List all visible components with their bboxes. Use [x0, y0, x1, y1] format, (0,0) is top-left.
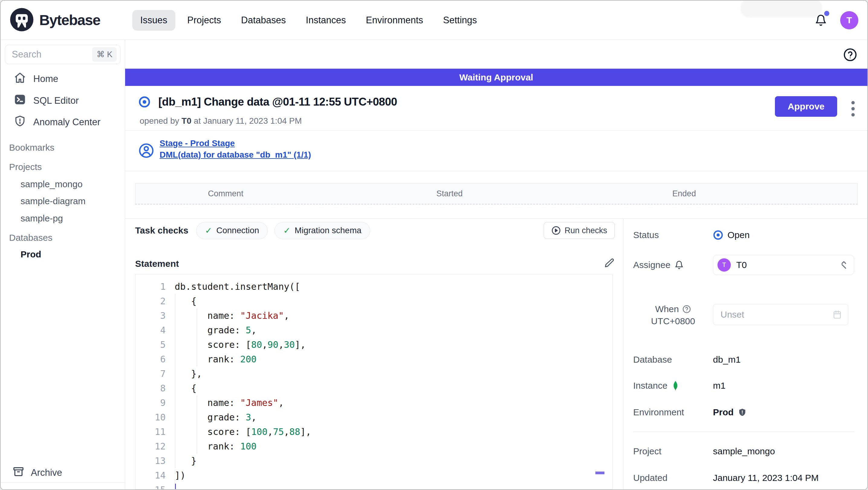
code-line: 8 { — [135, 381, 612, 395]
line-number: 12 — [135, 441, 166, 452]
tab-issues[interactable]: Issues — [132, 10, 175, 31]
status-banner-text: Waiting Approval — [459, 72, 533, 83]
statement-code-editor[interactable]: 1db.student.insertMany([2 {3 name: "Jaci… — [135, 274, 613, 489]
issue-sidebar: Status Open Assignee — [623, 219, 867, 489]
mongodb-leaf-icon — [672, 380, 679, 391]
check-pill-migration-schema[interactable]: ✓ Migration schema — [274, 222, 370, 239]
line-number: 15 — [135, 485, 166, 490]
indent-guide — [175, 410, 175, 424]
instance-label: Instance — [633, 380, 667, 391]
when-row: When UTC+0800 Unset — [633, 304, 854, 331]
edit-pencil-icon[interactable] — [604, 258, 615, 270]
statement-row: Statement — [135, 257, 615, 271]
indent-guide — [197, 352, 197, 366]
indent-guide — [175, 439, 175, 453]
tab-settings[interactable]: Settings — [435, 10, 485, 31]
issue-opened-time: January 11, 2023 1:04 PM — [203, 116, 302, 125]
text-cursor — [175, 484, 176, 489]
column-header-started: Started — [316, 189, 583, 198]
instance-value[interactable]: m1 — [713, 380, 726, 391]
sidebar-section-bookmarks: Bookmarks — [1, 142, 125, 154]
assignee-stage-icon — [138, 143, 154, 160]
indent-guide — [175, 366, 175, 381]
tab-databases[interactable]: Databases — [233, 10, 294, 31]
app-window: Bytebase Issues Projects Databases Insta… — [0, 0, 868, 490]
check-pill-connection[interactable]: ✓ Connection — [196, 222, 268, 239]
status-label: Status — [633, 230, 713, 240]
sidebar-item-anomaly-center[interactable]: Anomaly Center — [1, 113, 125, 131]
code-text: rank: 100 — [166, 441, 256, 452]
notification-bell-button[interactable] — [815, 14, 827, 27]
environment-value[interactable]: Prod — [713, 407, 734, 417]
search-input[interactable]: Search ⌘ K — [5, 45, 121, 64]
sidebar-item-home[interactable]: Home — [1, 70, 125, 88]
indent-guide — [175, 337, 175, 352]
code-line: 4 grade: 5, — [135, 323, 612, 337]
environment-label: Environment — [633, 407, 713, 417]
run-checks-button[interactable]: Run checks — [544, 222, 615, 239]
status-row: Status Open — [633, 229, 854, 241]
tab-instances[interactable]: Instances — [298, 10, 354, 31]
sidebar: Search ⌘ K Home SQL Editor — [1, 40, 125, 489]
tab-projects[interactable]: Projects — [180, 10, 229, 31]
instance-row: Instance m1 — [633, 380, 854, 392]
sidebar-item-sample-diagram[interactable]: sample-diagram — [1, 193, 125, 210]
statement-label: Statement — [135, 259, 179, 269]
issue-author: T0 — [182, 116, 192, 125]
project-value[interactable]: sample_mongo — [713, 446, 775, 456]
line-number: 2 — [135, 296, 166, 307]
code-text: { — [166, 296, 196, 307]
approve-button[interactable]: Approve — [775, 96, 837, 117]
protected-shield-icon — [738, 408, 747, 417]
stage-section: Stage - Prod Stage DML(data) for databas… — [125, 131, 867, 171]
overview-ruler-cursor — [595, 471, 604, 474]
subscribe-bell-icon[interactable] — [675, 260, 684, 269]
line-number: 14 — [135, 470, 166, 481]
when-datetime-input[interactable]: Unset — [713, 304, 848, 325]
issue-open-icon — [138, 96, 151, 108]
task-detail-column: Task checks ✓ Connection ✓ Migration sch… — [125, 219, 623, 489]
sidebar-item-label: Home — [33, 74, 58, 84]
sidebar-item-archive[interactable]: Archive — [1, 466, 125, 480]
stage-link[interactable]: Stage - Prod Stage — [160, 139, 311, 148]
sidebar-item-label: Anomaly Center — [33, 117, 100, 127]
sidebar-item-prod[interactable]: Prod — [1, 246, 125, 263]
code-text: } — [166, 456, 196, 466]
main-content: Waiting Approval [db_m1] Change data @01… — [125, 40, 867, 489]
code-text: { — [166, 383, 196, 394]
play-circle-icon — [551, 226, 561, 235]
sidebar-item-sql-editor[interactable]: SQL Editor — [1, 92, 125, 110]
assignee-select[interactable]: T T0 — [713, 255, 854, 275]
status-banner: Waiting Approval — [125, 69, 867, 86]
code-line: 12 rank: 100 — [135, 439, 612, 453]
column-header-ended: Ended — [583, 189, 785, 198]
tab-environments[interactable]: Environments — [358, 10, 431, 31]
question-circle-icon — [682, 305, 691, 313]
database-row: Database db_m1 — [633, 353, 854, 366]
sidebar-item-sample-pg[interactable]: sample-pg — [1, 210, 125, 227]
line-number: 10 — [135, 412, 166, 423]
code-line: 10 grade: 3, — [135, 410, 612, 424]
indent-guide — [197, 439, 197, 453]
indent-guide — [197, 395, 197, 410]
code-line: 7 }, — [135, 366, 612, 381]
indent-guide — [175, 294, 175, 308]
more-options-button[interactable] — [849, 99, 857, 118]
code-line: 14]) — [135, 468, 612, 483]
task-link[interactable]: DML(data) for database "db_m1" (1/1) — [160, 150, 311, 160]
code-text: score: [100,75,88], — [166, 427, 311, 437]
code-text: grade: 3, — [166, 412, 256, 423]
line-number: 1 — [135, 281, 166, 292]
indent-guide — [175, 352, 175, 366]
indent-guide — [175, 424, 175, 439]
task-checks-label: Task checks — [135, 225, 188, 236]
code-line: 2 { — [135, 294, 612, 308]
brand-logo[interactable]: Bytebase — [1, 7, 125, 34]
help-button[interactable] — [843, 48, 857, 63]
database-value[interactable]: db_m1 — [713, 354, 741, 365]
code-text: }, — [166, 368, 202, 379]
environment-row: Environment Prod — [633, 406, 854, 418]
user-avatar[interactable]: T — [840, 11, 858, 29]
issue-title: [db_m1] Change data @01-11 12:55 UTC+080… — [158, 95, 397, 108]
sidebar-item-sample-mongo[interactable]: sample_mongo — [1, 176, 125, 193]
